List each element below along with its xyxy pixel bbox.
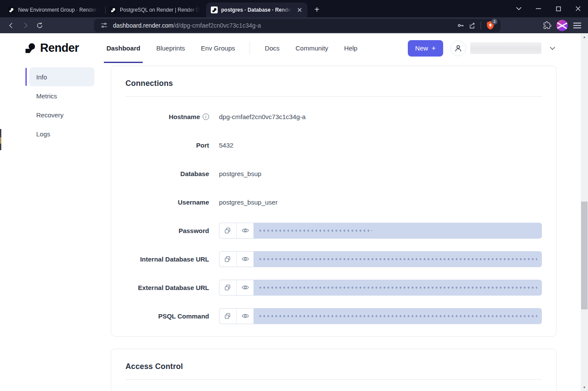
reload-button[interactable]	[34, 19, 46, 32]
close-window-button[interactable]	[568, 0, 588, 17]
chevron-down-icon[interactable]	[550, 47, 555, 50]
url-text: dashboard.render.com/d/dpg-cmfaef2cn0vc7…	[113, 22, 261, 29]
tab-postgres-database[interactable]: postgres · Database · Render Da	[206, 3, 307, 17]
sidebar-item-metrics[interactable]: Metrics	[25, 86, 94, 105]
maximize-button[interactable]	[548, 0, 568, 17]
share-icon[interactable]	[466, 20, 478, 31]
render-logo-icon	[25, 43, 36, 54]
access-control-card: Access Control	[111, 349, 557, 391]
window-controls	[509, 0, 588, 17]
render-logo[interactable]: Render	[25, 41, 79, 55]
url-domain: dashboard.render.com	[113, 22, 173, 29]
tab-postgresql-docs[interactable]: PostgreSQL on Render | Render Docs	[105, 3, 206, 17]
profile-avatar[interactable]	[557, 20, 568, 31]
secondary-nav: Docs Community Help	[265, 44, 357, 52]
url-path: /d/dpg-cmfaef2cn0vc73c1c34g-a	[173, 22, 261, 29]
internal-url-controls	[219, 251, 542, 267]
copy-icon[interactable]	[219, 308, 236, 324]
browser-window: New Environment Group · Render Das Postg…	[0, 0, 588, 391]
divider	[125, 379, 542, 380]
new-tab-button[interactable]: +	[311, 3, 323, 16]
browser-toolbar: dashboard.render.com/d/dpg-cmfaef2cn0vc7…	[0, 17, 588, 33]
password-controls	[219, 223, 542, 239]
nav-dashboard[interactable]: Dashboard	[106, 33, 140, 63]
tab-new-environment-group[interactable]: New Environment Group · Render Das	[3, 3, 105, 17]
password-key-icon[interactable]	[455, 20, 466, 31]
reveal-eye-icon[interactable]	[236, 308, 253, 324]
field-row-username: Username postgres_bsup_user	[125, 188, 542, 216]
minimize-button[interactable]	[529, 0, 548, 17]
new-button[interactable]: New +	[408, 40, 443, 57]
access-control-title: Access Control	[125, 362, 542, 371]
database-value: postgres_bsup	[219, 170, 261, 177]
connections-card: Connections Hostname i dpg-cmfaef2cn0vc7…	[111, 66, 557, 337]
tab-strip: New Environment Group · Render Das Postg…	[0, 0, 323, 17]
active-indicator	[25, 68, 27, 86]
tab-title: PostgreSQL on Render | Render Docs	[120, 7, 202, 13]
divider	[481, 22, 481, 29]
site-settings-tune-icon[interactable]	[98, 20, 109, 31]
tab-title: New Environment Group · Render Das	[18, 7, 100, 13]
tab-search-chevron-icon[interactable]	[509, 0, 529, 17]
new-button-label: New	[415, 44, 428, 52]
psql-command-controls	[219, 308, 542, 324]
render-favicon	[109, 6, 116, 13]
toolbar-right	[541, 20, 583, 31]
username-value: postgres_bsup_user	[219, 199, 278, 206]
connection-fields: Hostname i dpg-cmfaef2cn0vc73c1c34g-a Po…	[125, 97, 542, 330]
copy-icon[interactable]	[219, 251, 236, 267]
masked-dots	[258, 308, 537, 324]
sidebar: Info Metrics Recovery Logs	[25, 67, 94, 143]
sidebar-item-label: Logs	[36, 130, 50, 138]
brave-shield-icon[interactable]: 2	[484, 19, 496, 32]
nav-docs[interactable]: Docs	[265, 44, 279, 52]
reveal-eye-icon[interactable]	[236, 251, 253, 267]
field-row-hostname: Hostname i dpg-cmfaef2cn0vc73c1c34g-a	[125, 102, 542, 131]
nav-help[interactable]: Help	[344, 44, 357, 52]
nav-env-groups[interactable]: Env Groups	[201, 33, 235, 63]
password-masked-value[interactable]	[253, 223, 542, 239]
forward-button	[19, 19, 31, 32]
page-scrollbar[interactable]: ▲ ▼	[581, 33, 588, 391]
copy-icon[interactable]	[219, 280, 236, 296]
sidebar-item-label: Info	[36, 73, 47, 81]
connections-title: Connections	[125, 79, 542, 88]
extensions-puzzle-icon[interactable]	[541, 20, 553, 31]
reveal-eye-icon[interactable]	[236, 280, 253, 296]
scroll-down-arrow-icon[interactable]: ▼	[581, 385, 588, 390]
field-row-psql-command: PSQL Command	[125, 302, 542, 330]
sidebar-item-info[interactable]: Info	[25, 67, 94, 86]
back-button[interactable]	[5, 19, 17, 32]
psql-command-masked-value[interactable]	[253, 308, 542, 324]
copy-icon[interactable]	[219, 223, 236, 239]
render-favicon	[8, 6, 15, 13]
menu-hamburger-icon[interactable]	[572, 20, 583, 31]
field-row-port: Port 5432	[125, 131, 542, 159]
scroll-up-arrow-icon[interactable]: ▲	[581, 34, 588, 40]
app-header: Render Dashboard Blueprints Env Groups D…	[0, 33, 588, 63]
reveal-eye-icon[interactable]	[236, 223, 253, 239]
nav-blueprints[interactable]: Blueprints	[156, 33, 185, 63]
external-url-masked-value[interactable]	[253, 280, 542, 296]
info-icon[interactable]: i	[203, 114, 209, 120]
address-bar[interactable]: dashboard.render.com/d/dpg-cmfaef2cn0vc7…	[94, 19, 500, 32]
tab-close-icon[interactable]	[296, 6, 303, 13]
sidebar-item-label: Metrics	[36, 92, 57, 100]
field-row-password: Password	[125, 216, 542, 245]
sidebar-item-logs[interactable]: Logs	[25, 124, 94, 143]
field-row-external-database-url: External Database URL	[125, 273, 542, 302]
field-row-database: Database postgres_bsup	[125, 159, 542, 188]
primary-nav: Dashboard Blueprints Env Groups	[106, 33, 235, 63]
account-name-redacted[interactable]	[470, 42, 541, 54]
sidebar-item-label: Recovery	[36, 111, 63, 119]
field-row-internal-database-url: Internal Database URL	[125, 245, 542, 273]
nav-community[interactable]: Community	[296, 44, 328, 52]
user-account-button[interactable]	[450, 41, 466, 56]
sidebar-item-recovery[interactable]: Recovery	[25, 105, 94, 124]
plus-icon: +	[432, 44, 436, 53]
nav-divider	[250, 42, 250, 55]
internal-url-masked-value[interactable]	[253, 251, 542, 267]
port-value: 5432	[219, 142, 233, 149]
scrollbar-thumb[interactable]	[581, 202, 588, 309]
masked-dots	[258, 280, 537, 296]
